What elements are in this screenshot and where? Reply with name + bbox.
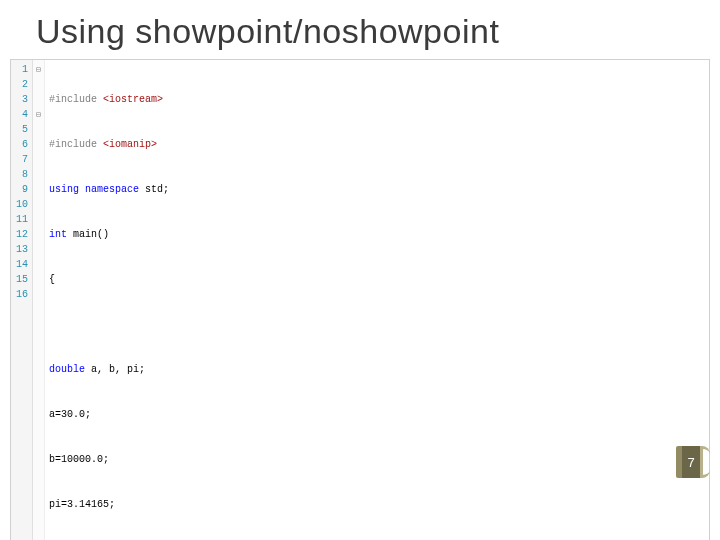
line-number: 13 — [11, 242, 28, 257]
code-editor: 1 2 3 4 5 6 7 8 9 10 11 12 13 14 15 16 ⊟… — [10, 59, 710, 540]
page-number-badge: 7 — [676, 446, 710, 478]
line-number: 8 — [11, 167, 28, 182]
line-number: 3 — [11, 92, 28, 107]
line-number: 12 — [11, 227, 28, 242]
code-body[interactable]: #include <iostream> #include <iomanip> u… — [45, 60, 709, 540]
line-number: 6 — [11, 137, 28, 152]
line-number: 2 — [11, 77, 28, 92]
line-number: 11 — [11, 212, 28, 227]
slide-title: Using showpoint/noshowpoint — [0, 0, 720, 59]
line-number: 15 — [11, 272, 28, 287]
line-number: 4 — [11, 107, 28, 122]
line-number: 14 — [11, 257, 28, 272]
line-number: 9 — [11, 182, 28, 197]
fold-marker[interactable]: ⊟ — [33, 62, 44, 77]
fold-column: ⊟ ⊟ — [33, 60, 45, 540]
page-number: 7 — [682, 446, 700, 478]
fold-marker[interactable]: ⊟ — [33, 107, 44, 122]
line-number: 1 — [11, 62, 28, 77]
line-number-gutter: 1 2 3 4 5 6 7 8 9 10 11 12 13 14 15 16 — [11, 60, 33, 540]
line-number: 10 — [11, 197, 28, 212]
line-number: 16 — [11, 287, 28, 302]
line-number: 7 — [11, 152, 28, 167]
badge-decoration — [700, 446, 710, 478]
line-number: 5 — [11, 122, 28, 137]
